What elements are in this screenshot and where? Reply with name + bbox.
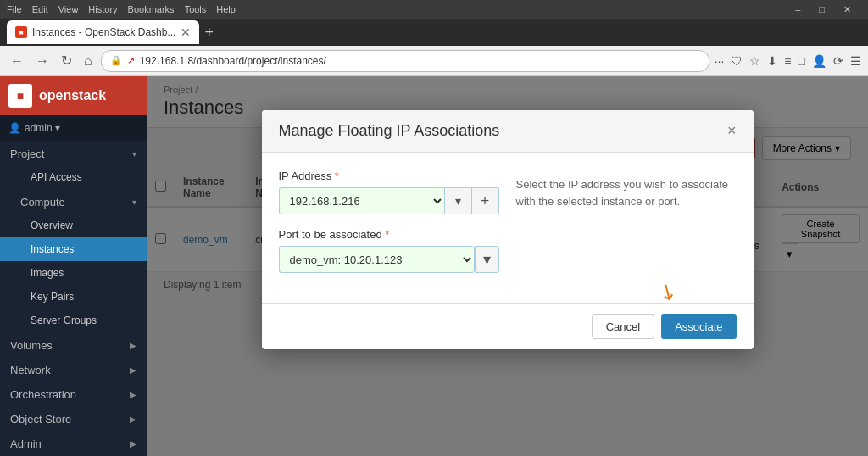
cancel-button[interactable]: Cancel <box>592 314 654 339</box>
ip-dropdown-btn[interactable]: ▾ <box>445 187 472 214</box>
home-button[interactable]: ⌂ <box>81 52 96 70</box>
required-indicator: * <box>335 170 339 182</box>
tab-title: Instances - OpenStack Dashb... <box>32 26 175 38</box>
modal-footer: ↘ Cancel Associate <box>262 303 754 349</box>
port-group: Port to be associated * demo_vm: 10.20.1… <box>279 228 499 273</box>
menu-edit[interactable]: Edit <box>32 4 48 14</box>
server-groups-label: Server Groups <box>31 314 97 326</box>
browser-titlebar: File Edit View History Bookmarks Tools H… <box>0 0 868 19</box>
volumes-label: Volumes <box>10 339 53 352</box>
ip-input-group: 192.168.1.216 ▾ + <box>279 187 499 214</box>
modal-overlay: Manage Floating IP Associations × IP Add… <box>147 76 868 456</box>
overview-label: Overview <box>31 220 73 231</box>
window-maximize[interactable]: □ <box>819 4 825 15</box>
browser-toolbar: ← → ↻ ⌂ 🔒 ↗ 192.168.1.8/dashboard/projec… <box>0 46 868 76</box>
lock-icon: 🔒 <box>110 55 122 66</box>
content-area: Project / Instances 🗑 Delete Instances M… <box>147 76 868 456</box>
sidebar-item-volumes[interactable]: Volumes ▶ <box>0 332 147 357</box>
openstack-main: ■ openstack 👤 admin ▾ Project ▾ API Acce… <box>0 76 868 456</box>
menu-view[interactable]: View <box>58 4 79 14</box>
ip-address-select[interactable]: 192.168.1.216 <box>279 187 445 214</box>
new-tab-button[interactable]: + <box>199 24 219 42</box>
sidebar-item-server-groups[interactable]: Server Groups <box>0 309 147 332</box>
sidebar-item-instances[interactable]: Instances <box>0 237 147 261</box>
redirect-icon: ↗ <box>127 55 135 66</box>
ip-address-label: IP Address * <box>279 170 499 182</box>
sidebar-item-object-store[interactable]: Object Store ▶ <box>0 406 147 431</box>
admin-label: admin ▾ <box>25 122 60 134</box>
ip-address-group: IP Address * 192.168.1.216 ▾ + <box>279 170 499 214</box>
refresh-button[interactable]: ↻ <box>58 51 75 70</box>
browser-toolbar-icons: ··· 🛡 ☆ ⬇ ≡ □ 👤 ⟳ ☰ <box>715 54 861 68</box>
pip-icon[interactable]: □ <box>798 54 805 68</box>
menu-help[interactable]: Help <box>216 4 236 14</box>
associate-button[interactable]: Associate <box>661 314 736 339</box>
menu-history[interactable]: History <box>88 4 117 14</box>
orchestration-chevron: ▶ <box>130 390 136 399</box>
bookmark-icon[interactable]: ☆ <box>749 54 760 68</box>
window-close[interactable]: ✕ <box>843 4 851 15</box>
sidebar: ■ openstack 👤 admin ▾ Project ▾ API Acce… <box>0 76 147 456</box>
menu-file[interactable]: File <box>7 4 22 14</box>
port-dropdown-btn[interactable]: ▾ <box>475 246 498 273</box>
project-label: Project <box>10 147 44 160</box>
url-text: 192.168.1.8/dashboard/project/instances/ <box>140 55 326 67</box>
sidebar-item-admin[interactable]: Admin ▶ <box>0 431 147 455</box>
address-bar[interactable]: 🔒 ↗ 192.168.1.8/dashboard/project/instan… <box>101 50 709 72</box>
api-access-label: API Access <box>31 171 82 183</box>
tab-close-button[interactable]: ✕ <box>181 25 191 39</box>
volumes-chevron: ▶ <box>130 341 136 350</box>
ellipsis-icon[interactable]: ··· <box>715 54 725 68</box>
sync-icon[interactable]: ⟳ <box>833 54 843 68</box>
port-input-group: demo_vm: 10.20.1.123 ▾ <box>279 246 499 273</box>
tab-favicon: ■ <box>15 26 27 38</box>
os-logo: ■ openstack <box>0 76 147 115</box>
browser-tabbar: ■ Instances - OpenStack Dashb... ✕ + <box>0 19 868 46</box>
admin-chevron: ▶ <box>130 439 136 448</box>
reader-icon[interactable]: ≡ <box>784 54 791 68</box>
modal-description-text: Select the IP address you wish to associ… <box>516 176 737 209</box>
sidebar-item-api-access[interactable]: API Access <box>0 165 147 189</box>
download-icon[interactable]: ⬇ <box>767 54 777 68</box>
sidebar-item-network[interactable]: Network ▶ <box>0 357 147 381</box>
key-pairs-label: Key Pairs <box>31 291 74 303</box>
sidebar-item-overview[interactable]: Overview <box>0 214 147 237</box>
ip-add-btn[interactable]: + <box>472 187 499 214</box>
modal-close-button[interactable]: × <box>727 122 737 140</box>
menu-bookmarks[interactable]: Bookmarks <box>128 4 175 14</box>
admin-bar[interactable]: 👤 admin ▾ <box>0 115 147 141</box>
compute-label: Compute <box>20 196 65 209</box>
sidebar-item-images[interactable]: Images <box>0 261 147 285</box>
os-logo-text: openstack <box>39 88 106 103</box>
modal-body: IP Address * 192.168.1.216 ▾ + <box>262 153 754 303</box>
profile-icon[interactable]: 👤 <box>812 54 826 68</box>
window-minimize[interactable]: – <box>795 4 800 15</box>
modal-header: Manage Floating IP Associations × <box>262 110 754 153</box>
menu-icon[interactable]: ☰ <box>850 54 861 68</box>
menu-tools[interactable]: Tools <box>185 4 207 14</box>
browser-tab-instances[interactable]: ■ Instances - OpenStack Dashb... ✕ <box>7 20 199 44</box>
images-label: Images <box>31 267 64 279</box>
network-chevron: ▶ <box>130 365 136 375</box>
object-store-label: Object Store <box>10 413 71 425</box>
back-button[interactable]: ← <box>7 52 27 70</box>
sidebar-item-key-pairs[interactable]: Key Pairs <box>0 285 147 309</box>
instances-label: Instances <box>31 243 74 255</box>
project-chevron: ▾ <box>132 149 136 158</box>
compute-chevron: ▾ <box>132 197 136 207</box>
forward-button[interactable]: → <box>32 52 53 70</box>
object-store-chevron: ▶ <box>130 414 136 424</box>
sidebar-item-project[interactable]: Project ▾ <box>0 141 147 165</box>
shield-icon: 🛡 <box>731 54 743 68</box>
orchestration-label: Orchestration <box>10 388 76 401</box>
sidebar-item-orchestration[interactable]: Orchestration ▶ <box>0 381 147 406</box>
modal-description: Select the IP address you wish to associ… <box>516 170 737 286</box>
sidebar-section-project: Project ▾ API Access Compute ▾ Overview … <box>0 141 147 431</box>
modal-form: IP Address * 192.168.1.216 ▾ + <box>279 170 499 286</box>
network-label: Network <box>10 364 51 376</box>
sidebar-item-compute[interactable]: Compute ▾ <box>0 189 147 214</box>
modal-title: Manage Floating IP Associations <box>279 122 500 140</box>
port-required-indicator: * <box>385 228 389 241</box>
modal-floating-ip: Manage Floating IP Associations × IP Add… <box>262 110 754 349</box>
port-select[interactable]: demo_vm: 10.20.1.123 <box>279 246 476 273</box>
